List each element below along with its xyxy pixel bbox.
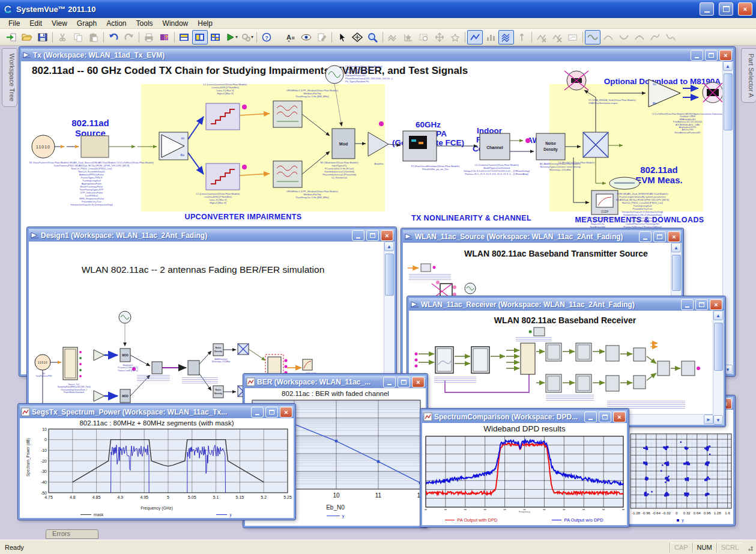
main-titlebar[interactable]: SystemVue™ 2011.10 × (0, 0, 756, 18)
source-mini-block[interactable] (421, 264, 431, 272)
annotation-button[interactable]: A (283, 30, 298, 44)
ber-minimize-button[interactable] (383, 377, 396, 388)
tx-scroll-up-button[interactable]: ▲ (723, 61, 733, 71)
tx-modulator-block[interactable]: Mod (332, 129, 355, 159)
design1-filter-block[interactable] (152, 362, 162, 374)
errors-tab[interactable]: Errors (46, 529, 98, 539)
source-scroll-up-button[interactable]: ▲ (671, 243, 681, 252)
receiver-vertical-scrollbar[interactable]: ▲ ▼ (713, 311, 724, 425)
multi-trace-button[interactable] (498, 30, 514, 44)
tx-wlan-source-block[interactable] (81, 136, 109, 157)
design1-minimize-button[interactable] (352, 230, 364, 241)
menu-edit[interactable]: Edit (25, 19, 47, 28)
open-button[interactable] (19, 30, 35, 44)
design1-mixer1-block[interactable] (238, 344, 249, 355)
dpd-minimize-button[interactable] (584, 412, 597, 422)
source-scroll-thumb[interactable] (672, 255, 681, 291)
run-button[interactable]: ▾ (223, 30, 239, 44)
tx-noise-density-block[interactable]: Noise Density (536, 133, 565, 160)
design1-resampler-block[interactable] (188, 361, 199, 375)
import-button[interactable] (4, 30, 19, 44)
receiver-sync-block[interactable] (435, 347, 453, 373)
menu-action[interactable]: Action (101, 19, 131, 28)
undo-button[interactable] (106, 30, 121, 44)
dpd-plot-area[interactable]: Wideband DPD results Frequency PA Output… (422, 423, 627, 525)
segs-titlebar[interactable]: SegsTx_Spectrum_Power (Workspace: WLAN_1… (20, 406, 294, 418)
design1-scroll-thumb[interactable] (385, 254, 394, 296)
menu-graph[interactable]: Graph (72, 19, 101, 28)
design1-converter1[interactable] (94, 350, 104, 361)
tile-horizontal-button[interactable] (177, 30, 192, 44)
design1-noise2-block[interactable]: Noise Density (213, 386, 223, 398)
info-button[interactable]: ? (259, 30, 274, 44)
design1-noise1-block[interactable]: Noise Density (213, 344, 223, 356)
smooth-wave-button[interactable] (585, 30, 600, 44)
menu-file[interactable]: File (4, 19, 25, 28)
tx-cx-to-rect-block[interactable]: Im Re (159, 132, 188, 160)
move-button[interactable] (349, 30, 365, 44)
segs-minimize-button[interactable] (251, 407, 264, 418)
window-dpd[interactable]: SpectrumComparison (Workspace: DPD... × … (420, 409, 629, 527)
receiver-scroll-down-button[interactable]: ▼ (713, 415, 723, 425)
receiver-close-button[interactable]: × (710, 299, 722, 310)
segs-maximize-button[interactable] (265, 407, 278, 418)
source-maximize-button[interactable] (653, 231, 666, 242)
dpd-titlebar[interactable]: SpectrumComparison (Workspace: DPD... × (422, 410, 627, 423)
receiver-top-block[interactable] (534, 327, 545, 336)
tx-close-button[interactable]: × (719, 50, 732, 61)
design1-scroll-up-button[interactable]: ▲ (384, 242, 394, 251)
tx-titlebar[interactable]: Tx (Workspace: WLAN_11ad_Tx_EVM) × (21, 49, 733, 61)
menu-help[interactable]: Help (193, 19, 217, 28)
tx-mixer-block[interactable] (583, 132, 608, 157)
design1-ber-block[interactable] (303, 359, 312, 370)
design1-mod2-block[interactable]: MOD (120, 389, 130, 403)
design1-source-block[interactable]: 11010 (35, 355, 50, 370)
line-plot-button[interactable] (467, 30, 483, 44)
window-receiver[interactable]: WLAN_11ac_Receiver (Workspace: WLAN_11ac… (407, 296, 725, 427)
constellation-canvas[interactable]: -1.28-0.96-0.64-0.3200.320.640.961.281.6… (627, 410, 733, 524)
receiver-fft-block[interactable] (471, 347, 489, 373)
app-maximize-button[interactable] (719, 2, 733, 16)
receiver-scroll-thumb[interactable] (714, 323, 723, 371)
dpd-close-button[interactable]: × (613, 412, 626, 422)
design1-maximize-button[interactable] (366, 230, 379, 241)
segs-plot-area[interactable]: 802.11ac : 80MHz + 80MHz segments (with … (20, 418, 294, 518)
design1-tx-port-block[interactable] (63, 347, 82, 380)
tx-scope-sink-block[interactable] (703, 82, 723, 103)
ber-titlebar[interactable]: BER (Workspace: WLAN_11ac_... × (245, 376, 426, 388)
source-oscillator[interactable] (465, 283, 476, 294)
tx-scroll-thumb[interactable] (724, 73, 733, 130)
tile-vertical-button[interactable] (192, 30, 208, 44)
ber-close-button[interactable]: × (412, 377, 425, 388)
ber-maximize-button[interactable] (398, 377, 410, 388)
tx-source-block[interactable]: 11010 (32, 135, 55, 158)
workspace-tree-tab[interactable]: Workspace Tree (2, 48, 17, 107)
dpd-maximize-button[interactable] (599, 412, 611, 422)
receiver-scroll-up-button[interactable]: ▲ (713, 311, 723, 320)
receiver-titlebar[interactable]: WLAN_11ac_Receiver (Workspace: WLAN_11ac… (409, 298, 724, 311)
source-minimize-button[interactable] (639, 231, 652, 242)
receiver-minimize-button[interactable] (681, 299, 694, 310)
tx-quantizer1-block[interactable] (206, 103, 247, 130)
tx-amplifier-block[interactable] (368, 132, 389, 156)
pointer-button[interactable] (334, 30, 349, 44)
tile-grid-button[interactable] (208, 30, 223, 44)
resize-grip[interactable] (745, 543, 754, 552)
menu-tools[interactable]: Tools (132, 19, 158, 28)
zoom-button[interactable] (365, 30, 381, 44)
receiver-port-block[interactable] (521, 343, 535, 374)
tx-filter1-block[interactable] (273, 101, 302, 127)
design1-oscillator[interactable] (119, 311, 131, 323)
app-minimize-button[interactable] (700, 2, 714, 16)
tx-quantizer2-block[interactable] (206, 163, 247, 190)
tx-vsa-sink-block[interactable] (564, 71, 588, 90)
receiver-grid-blocks[interactable] (546, 343, 695, 392)
segs-close-button[interactable]: × (280, 407, 292, 418)
save-button[interactable] (35, 30, 50, 44)
menu-view[interactable]: View (47, 19, 72, 28)
help-button[interactable]: ? (157, 30, 172, 44)
source-close-button[interactable]: × (668, 231, 680, 242)
receiver-scroll-right-button[interactable]: ► (704, 415, 713, 424)
source-titlebar[interactable]: WLAN_11ac_Source (Workspace: WLAN_11ac_2… (403, 230, 682, 243)
tx-channel-block[interactable]: Channel (480, 133, 510, 160)
